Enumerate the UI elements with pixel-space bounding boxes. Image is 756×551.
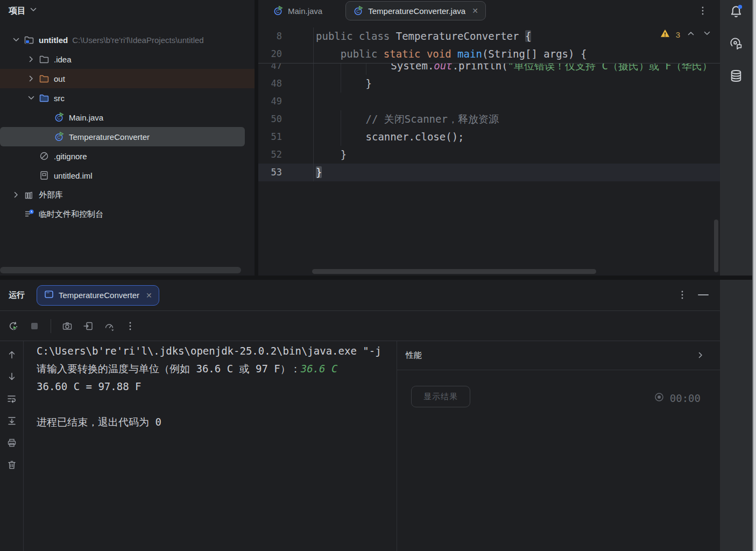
chevron-down-icon[interactable] bbox=[26, 93, 37, 103]
down-icon[interactable] bbox=[6, 371, 17, 382]
stripe-button-database[interactable] bbox=[729, 69, 743, 85]
print-icon[interactable] bbox=[6, 437, 17, 448]
stop-icon[interactable] bbox=[29, 321, 40, 331]
chevron-right-icon[interactable] bbox=[695, 350, 706, 363]
tree-item-untitled-iml[interactable]: untitled.iml bbox=[0, 166, 255, 185]
profiler-button[interactable] bbox=[103, 320, 115, 332]
code-line-52[interactable]: 52} bbox=[258, 146, 720, 164]
code-line-50[interactable]: 50// 关闭Scanner，释放资源 bbox=[258, 110, 720, 128]
project-panel-header[interactable]: 项目 bbox=[9, 4, 39, 17]
code-text[interactable]: } bbox=[313, 75, 720, 93]
rerun-icon[interactable] bbox=[8, 321, 19, 331]
soft-wrap-icon[interactable] bbox=[6, 393, 17, 404]
down-button[interactable] bbox=[6, 371, 18, 383]
line-number[interactable]: 51 bbox=[258, 128, 282, 146]
attach-debugger-button[interactable] bbox=[82, 320, 94, 332]
chevron-down-icon[interactable] bbox=[11, 34, 22, 45]
console-output[interactable]: C:\Users\b're'ri'l\.jdks\openjdk-25.0.2\… bbox=[24, 341, 397, 551]
window-scrollbar[interactable] bbox=[752, 0, 756, 551]
code-line-51[interactable]: 51scanner.close(); bbox=[258, 128, 720, 146]
tree-item-gitignore[interactable]: .gitignore bbox=[0, 146, 255, 166]
chevron-right-icon[interactable] bbox=[26, 54, 37, 65]
up-button[interactable] bbox=[6, 349, 18, 361]
minimize-button[interactable] bbox=[698, 294, 709, 295]
horizontal-scrollbar[interactable] bbox=[312, 269, 596, 274]
stripe-button-ai-assistant[interactable] bbox=[729, 37, 743, 53]
code-line-49[interactable]: 49 bbox=[258, 93, 720, 110]
database-icon[interactable] bbox=[729, 69, 743, 83]
more-options-icon[interactable] bbox=[697, 5, 708, 18]
stripe-button-notifications[interactable] bbox=[729, 4, 743, 20]
tree-item-temperature-converter[interactable]: CTemperatureConverter bbox=[0, 127, 245, 146]
code-text[interactable] bbox=[313, 93, 720, 110]
code-lines[interactable]: 47System.out.println("单位错误！仅支持 C（摄氏）或 F（… bbox=[258, 57, 720, 181]
show-results-button[interactable]: 显示结果 bbox=[411, 386, 470, 407]
chevron-down-icon[interactable] bbox=[702, 28, 712, 39]
code-text[interactable]: } bbox=[313, 164, 720, 181]
tree-item-scratches[interactable]: 临时文件和控制台 bbox=[0, 204, 255, 224]
up-icon[interactable] bbox=[6, 349, 17, 360]
horizontal-scrollbar[interactable] bbox=[0, 267, 241, 273]
line-number[interactable]: 20 bbox=[258, 45, 282, 63]
chevron-down-icon[interactable] bbox=[28, 4, 39, 17]
code-token: static bbox=[384, 48, 427, 60]
tree-item-main-java[interactable]: CMain.java bbox=[0, 108, 255, 127]
chevron-up-icon[interactable] bbox=[686, 28, 696, 41]
close-icon[interactable]: ✕ bbox=[472, 6, 478, 15]
soft-wrap-button[interactable] bbox=[6, 393, 18, 405]
panel-splitter[interactable] bbox=[255, 0, 258, 276]
performance-header[interactable]: 性能 bbox=[397, 341, 720, 370]
print-button[interactable] bbox=[6, 437, 18, 449]
tree-item-external-libraries[interactable]: 外部库 bbox=[0, 185, 255, 204]
run-config-tab[interactable]: TemperatureConverter ✕ bbox=[37, 285, 159, 306]
editor-tab-main-java[interactable]: CMain.java bbox=[266, 2, 329, 20]
tree-item-idea[interactable]: .idea bbox=[0, 50, 255, 69]
trash-button[interactable] bbox=[6, 459, 18, 471]
line-number[interactable]: 49 bbox=[258, 93, 282, 110]
chevron-right-icon[interactable] bbox=[26, 73, 37, 84]
inspection-widget[interactable]: 3 bbox=[660, 28, 712, 41]
tree-item-untitled[interactable]: untitledC:\Users\b're'ri'l\IdeaProjects\… bbox=[0, 30, 255, 50]
more-options-icon[interactable] bbox=[677, 289, 688, 302]
chevron-down-icon[interactable] bbox=[28, 4, 39, 15]
camera-button[interactable] bbox=[61, 320, 73, 332]
code-line-20[interactable]: 20public static void main(String[] args)… bbox=[258, 45, 720, 63]
rerun-button[interactable] bbox=[8, 320, 19, 332]
code-line-53[interactable]: 53} bbox=[258, 164, 720, 181]
attach-debugger-icon[interactable] bbox=[83, 321, 94, 331]
line-number[interactable]: 8 bbox=[258, 27, 282, 45]
tree-item-out[interactable]: out bbox=[0, 69, 255, 88]
stop-button[interactable] bbox=[29, 320, 40, 332]
ai-assistant-icon[interactable] bbox=[729, 37, 743, 51]
camera-icon[interactable] bbox=[62, 321, 73, 331]
kebab-icon[interactable] bbox=[677, 289, 688, 300]
code-line-48[interactable]: 48} bbox=[258, 75, 720, 93]
scroll-end-icon[interactable] bbox=[6, 415, 17, 426]
code-line-8[interactable]: 8public class TemperatureConverter { bbox=[258, 27, 720, 45]
chevron-up-icon[interactable] bbox=[686, 28, 696, 39]
trash-icon[interactable] bbox=[6, 460, 17, 470]
chevron-right-icon[interactable] bbox=[695, 350, 706, 361]
code-text[interactable]: public class TemperatureConverter { bbox=[313, 27, 720, 45]
tree-item-src[interactable]: src bbox=[0, 88, 255, 108]
vertical-scrollbar[interactable] bbox=[714, 220, 718, 272]
close-icon[interactable]: ✕ bbox=[146, 291, 152, 300]
kebab-icon[interactable] bbox=[125, 321, 136, 331]
horizontal-splitter[interactable] bbox=[0, 276, 752, 280]
chevron-down-icon[interactable] bbox=[702, 28, 712, 41]
code-text[interactable]: public static void main(String[] args) { bbox=[313, 45, 720, 63]
code-text[interactable]: // 关闭Scanner，释放资源 bbox=[313, 110, 720, 128]
code-text[interactable]: scanner.close(); bbox=[313, 128, 720, 146]
code-text[interactable]: } bbox=[313, 146, 720, 164]
kebab-icon[interactable] bbox=[697, 5, 708, 16]
line-number[interactable]: 52 bbox=[258, 146, 282, 164]
kebab-button[interactable] bbox=[124, 320, 136, 332]
editor-tab-temperature-converter-java[interactable]: CTemperatureConverter.java✕ bbox=[345, 1, 486, 20]
notifications-icon[interactable] bbox=[729, 4, 743, 18]
line-number[interactable]: 50 bbox=[258, 110, 282, 128]
chevron-right-icon[interactable] bbox=[11, 189, 22, 200]
line-number[interactable]: 53 bbox=[258, 164, 282, 181]
line-number[interactable]: 48 bbox=[258, 75, 282, 93]
profiler-icon[interactable] bbox=[104, 321, 115, 331]
scroll-end-button[interactable] bbox=[6, 415, 18, 427]
